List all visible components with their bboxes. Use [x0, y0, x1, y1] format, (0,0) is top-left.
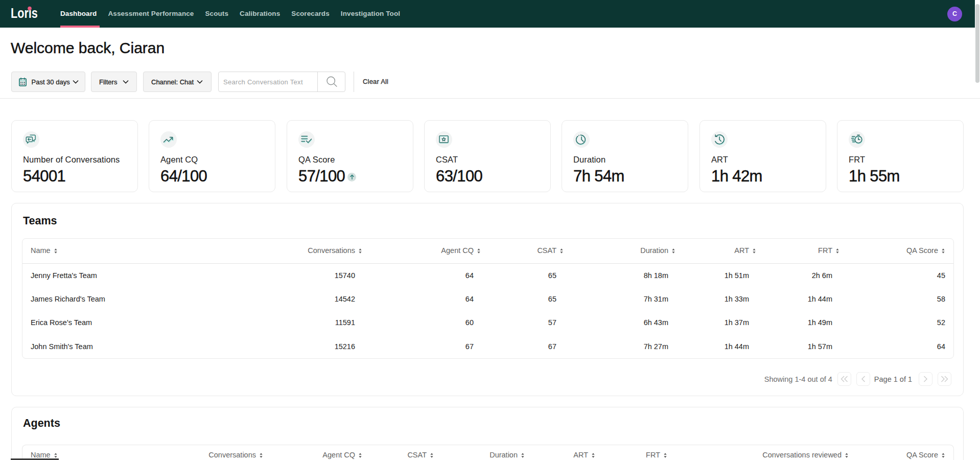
svg-text:Lorıs: Lorıs — [11, 6, 38, 20]
